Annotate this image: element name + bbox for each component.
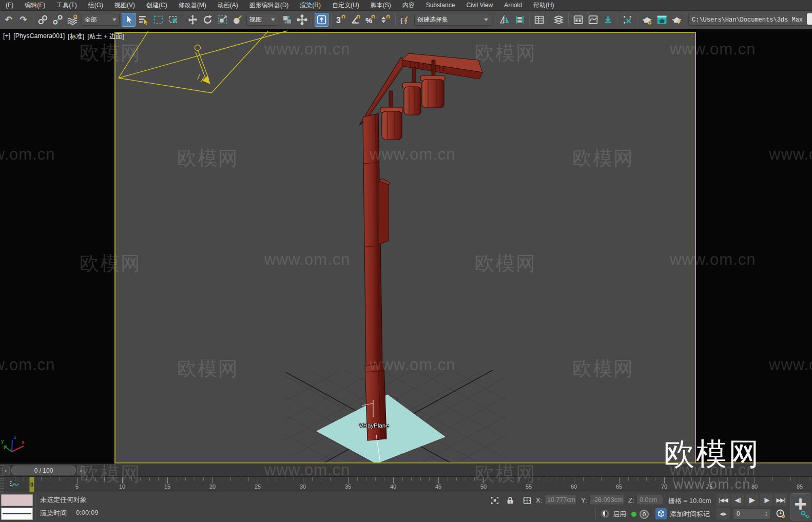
menu-item-5[interactable]: 创建(C): [141, 0, 173, 11]
bind-spacewarp-button[interactable]: [66, 13, 80, 27]
region-window-button[interactable]: [166, 13, 180, 27]
chevron-down-icon: [112, 18, 117, 21]
rendered-frame-button[interactable]: [655, 13, 669, 27]
viewport-menu-style[interactable]: [粘土 + 边面]: [87, 32, 124, 41]
set-key-button[interactable]: +: [790, 493, 810, 520]
frame-spinner[interactable]: ▲▼: [763, 509, 769, 518]
named-selection-sets-dropdown[interactable]: 创建选择集: [414, 14, 491, 26]
project-folder-dropdown[interactable]: C:\Users\Han\Documents\3ds Max 2022: [688, 14, 812, 26]
menu-item-11[interactable]: 脚本(S): [365, 0, 397, 11]
named-sets-button[interactable]: { }: [398, 13, 412, 27]
select-manipulate-icon: [297, 14, 307, 25]
curve-editor-button[interactable]: [586, 13, 600, 27]
render-setup-button[interactable]: [640, 13, 654, 27]
select-by-name-button[interactable]: [137, 13, 150, 27]
spinner-snap-button[interactable]: [379, 13, 393, 27]
toolbar-separator: [33, 13, 33, 27]
angle-snap-icon: [351, 14, 361, 25]
time-slider-handle[interactable]: 0 / 100: [11, 466, 76, 475]
menu-item-9[interactable]: 渲染(R): [294, 0, 326, 11]
menu-item-15[interactable]: Arnold: [498, 0, 528, 11]
add-time-tag[interactable]: 添加时间标记: [670, 510, 710, 519]
keyboard-override-button[interactable]: [315, 13, 328, 27]
y-coordinate-field[interactable]: -26.093cm: [589, 495, 624, 505]
current-frame-field[interactable]: 0 ▲▼: [733, 508, 771, 519]
menu-item-13[interactable]: Substance: [420, 0, 461, 11]
scene-explorer-button[interactable]: [532, 13, 546, 27]
go-to-start-button[interactable]: |◀◀: [717, 494, 730, 506]
layer-explorer-button[interactable]: [552, 13, 566, 27]
selection-lock-button[interactable]: [505, 495, 516, 506]
angle-snap-button[interactable]: [349, 13, 363, 27]
frame-tick-label: 10: [114, 484, 130, 490]
absolute-mode-button[interactable]: [521, 495, 533, 506]
x-coordinate-field[interactable]: 10.777cm: [544, 495, 577, 505]
menu-item-0[interactable]: (F): [0, 0, 19, 11]
maxscript-mini-listener[interactable]: [1, 508, 33, 520]
alert-count-badge[interactable]: 0: [640, 510, 649, 519]
mirror-button[interactable]: [498, 13, 512, 27]
menu-item-2[interactable]: 工具(T): [51, 0, 82, 11]
track-bar[interactable]: 0 510152025303540455055606570758085: [0, 476, 812, 492]
menu-item-3[interactable]: 组(G): [83, 0, 109, 11]
next-frame-arrow[interactable]: ›: [77, 466, 85, 475]
select-place-button[interactable]: [230, 13, 244, 27]
timeline-playhead[interactable]: 0: [29, 477, 34, 492]
region-rect-button[interactable]: [151, 13, 165, 27]
camera-viewport-frame[interactable]: [114, 32, 696, 463]
select-object-button[interactable]: [122, 13, 136, 27]
time-tag-button[interactable]: [655, 508, 667, 519]
rotate-button[interactable]: [201, 13, 215, 27]
viewport-menu-shading[interactable]: [标准]: [68, 32, 84, 41]
time-slider-row[interactable]: ‹ 0 / 100 ›: [0, 463, 812, 476]
key-mode-toggle[interactable]: ◀▶: [717, 508, 730, 519]
material-editor-button[interactable]: [621, 13, 634, 27]
undo-button[interactable]: ↶: [2, 13, 15, 27]
toolbar-separator: [495, 13, 495, 27]
move-button[interactable]: [186, 13, 200, 27]
mirror-icon: [499, 14, 510, 25]
macro-recorder-mini-listener[interactable]: [1, 494, 33, 506]
frame-tick-label: 15: [160, 484, 175, 490]
scale-button[interactable]: [216, 13, 229, 27]
menu-item-14[interactable]: Civil View: [460, 0, 498, 11]
selection-filter-dropdown[interactable]: 全部: [82, 14, 120, 26]
time-configuration-button[interactable]: [774, 508, 787, 519]
menu-item-1[interactable]: 编辑(E): [19, 0, 51, 11]
play-button[interactable]: ▶: [745, 494, 759, 506]
percent-snap-button[interactable]: %: [364, 13, 378, 27]
menu-item-7[interactable]: 动画(A): [212, 0, 244, 11]
use-pivot-button[interactable]: [280, 13, 294, 27]
z-coordinate-field[interactable]: 0.0cm: [636, 495, 663, 505]
next-frame-button[interactable]: ||▶: [760, 494, 773, 506]
snap-3d-button[interactable]: 3: [334, 13, 348, 27]
redo-button[interactable]: ↷: [16, 13, 30, 27]
named-sets-icon: { }: [400, 14, 411, 25]
link-button[interactable]: [36, 13, 50, 27]
menu-item-4[interactable]: 视图(V): [109, 0, 141, 11]
isolate-selection-button[interactable]: [489, 495, 500, 506]
safe-scene-button[interactable]: [600, 508, 611, 519]
previous-frame-arrow[interactable]: ‹: [2, 466, 10, 475]
viewport-menu-pov[interactable]: [PhysCamera001]: [13, 32, 65, 41]
go-to-end-button[interactable]: ▶▶|: [774, 494, 787, 506]
align-button[interactable]: [513, 13, 527, 27]
previous-frame-button[interactable]: ◀||: [731, 494, 744, 506]
ribbon-button[interactable]: [571, 13, 585, 27]
reference-coordinate-dropdown[interactable]: 视图: [246, 14, 278, 26]
viewport-canvas[interactable]: x y z [+] [PhysCamera001] [标准] [粘土 + 边面]…: [0, 29, 812, 463]
mini-curve-editor-button[interactable]: [7, 479, 22, 490]
dope-sheet-button[interactable]: [601, 13, 615, 27]
notification-icon[interactable]: [807, 13, 812, 25]
viewport-menu-general[interactable]: [+]: [3, 32, 10, 41]
unlink-button[interactable]: [51, 13, 65, 27]
menu-item-12[interactable]: 内容: [397, 0, 420, 11]
menu-item-16[interactable]: 帮助(H): [528, 0, 560, 11]
shield-icon: [601, 509, 610, 518]
menu-item-6[interactable]: 修改器(M): [173, 0, 212, 11]
frame-tick-label: 25: [250, 484, 265, 490]
menu-item-10[interactable]: 自定义(U): [326, 0, 365, 11]
menu-item-8[interactable]: 图形编辑器(D): [244, 0, 295, 11]
select-manipulate-button[interactable]: [295, 13, 309, 27]
render-button[interactable]: [670, 13, 684, 27]
